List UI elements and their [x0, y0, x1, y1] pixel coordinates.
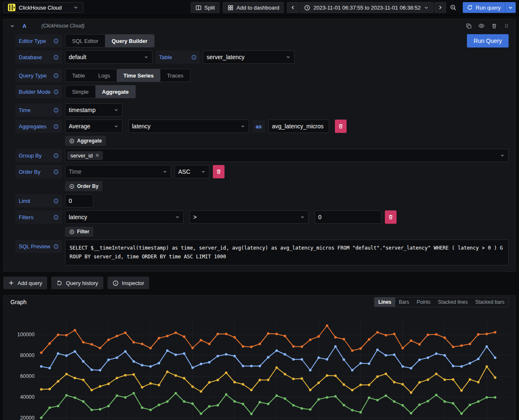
filter-operator-select[interactable]: >	[190, 210, 309, 224]
duplicate-query-icon[interactable]	[466, 23, 472, 29]
zoom-out-time-button[interactable]	[447, 2, 459, 13]
time-shift-back-button[interactable]	[287, 2, 299, 13]
time-picker-group: 2023-11-01 06:37:55 to 2023-11-01 06:38:…	[287, 2, 459, 13]
info-icon[interactable]	[53, 215, 59, 220]
explore-footer-buttons: Add query Query history Inspector	[3, 277, 516, 289]
query-ref-id[interactable]: A	[22, 23, 26, 29]
query-datasource-hint: (ClickHouse Cloud)	[41, 23, 84, 29]
inspector-button[interactable]: Inspector	[107, 277, 149, 289]
aggregate-column-select[interactable]: latency	[128, 120, 249, 133]
info-icon[interactable]	[53, 244, 59, 249]
run-query-panel-button[interactable]: Run Query	[467, 34, 509, 48]
datasource-name: ClickHouse Cloud	[19, 5, 70, 11]
trash-icon	[216, 169, 222, 175]
info-icon[interactable]	[53, 153, 59, 158]
database-select[interactable]: default	[65, 50, 152, 64]
hide-query-eye-icon[interactable]	[478, 22, 485, 29]
editor-type-toggle: SQL EditorQuery Builder	[65, 34, 155, 48]
graph-mode-bars[interactable]: Bars	[395, 298, 413, 307]
graph-mode-points[interactable]: Points	[413, 298, 434, 307]
chevron-down-icon	[175, 215, 180, 220]
info-icon[interactable]	[191, 55, 197, 60]
limit-label: Limit	[15, 194, 62, 208]
add-aggregate-button[interactable]: Aggregate	[65, 136, 106, 146]
filters-label: Filters	[15, 210, 62, 224]
option-traces[interactable]: Traces	[160, 69, 190, 82]
add-query-button[interactable]: Add query	[3, 277, 47, 289]
split-button[interactable]: Split	[191, 2, 220, 13]
time-column-select[interactable]: timestamp	[65, 103, 122, 117]
graph-mode-stacked-lines[interactable]: Stacked lines	[434, 298, 472, 307]
aggregate-function-select[interactable]: Average	[65, 120, 122, 133]
svg-text:40000: 40000	[20, 394, 35, 400]
info-icon[interactable]	[53, 55, 59, 60]
remove-query-trash-icon[interactable]	[491, 23, 497, 29]
info-icon[interactable]	[53, 124, 59, 129]
option-simple[interactable]: Simple	[65, 85, 95, 98]
query-type-toggle: TableLogsTime SeriesTraces	[65, 69, 190, 82]
svg-text:20000: 20000	[20, 415, 35, 420]
apps-icon	[227, 5, 234, 11]
chevron-down-icon	[114, 124, 119, 129]
info-icon[interactable]	[53, 38, 59, 44]
info-circle-icon	[112, 280, 119, 286]
time-series-chart[interactable]: 2000040000600008000010000006:38:0006:38:…	[4, 309, 515, 420]
remove-aggregate-button[interactable]	[335, 120, 347, 133]
table-select[interactable]: server_latency	[203, 50, 294, 64]
chevron-down-icon	[286, 55, 291, 60]
chevron-down-icon	[201, 169, 206, 174]
info-icon[interactable]	[53, 89, 59, 95]
time-shift-forward-button[interactable]	[434, 2, 446, 13]
info-icon[interactable]	[53, 198, 59, 204]
group-by-tag[interactable]: server_id✕	[67, 151, 103, 160]
order-by-field-select[interactable]: Time	[65, 165, 171, 178]
info-icon[interactable]	[53, 73, 59, 78]
info-icon[interactable]	[53, 108, 59, 113]
option-time-series[interactable]: Time Series	[117, 69, 160, 82]
option-table[interactable]: Table	[65, 69, 92, 82]
chevron-down-icon	[114, 108, 119, 112]
plus-circle-icon	[69, 138, 75, 144]
option-query-builder[interactable]: Query Builder	[105, 35, 154, 47]
sync-icon	[467, 5, 473, 10]
chevron-down-icon	[300, 215, 305, 220]
chevron-down-icon	[73, 5, 79, 10]
remove-tag-icon[interactable]: ✕	[95, 152, 99, 158]
run-query-options-button[interactable]	[505, 2, 516, 13]
order-by-direction-select[interactable]: ASC	[175, 165, 210, 178]
add-to-dashboard-button[interactable]: Add to dashboard	[223, 2, 284, 13]
datasource-picker[interactable]: ClickHouse Cloud	[3, 2, 83, 13]
info-icon[interactable]	[53, 169, 59, 175]
graph-mode-lines[interactable]: Lines	[374, 298, 395, 307]
remove-order-by-button[interactable]	[213, 165, 225, 178]
filter-value-input[interactable]	[314, 210, 382, 224]
time-range-button[interactable]: 2023-11-01 06:37:55 to 2023-11-01 06:38:…	[299, 2, 434, 13]
aggregate-alias-input[interactable]	[268, 120, 329, 133]
time-column-label: Time	[15, 103, 62, 117]
order-by-label: Order By	[15, 165, 62, 178]
chevron-down-icon	[240, 124, 245, 129]
editor-type-label: Editor Type	[15, 34, 62, 48]
filter-field-select[interactable]: latency	[65, 210, 184, 224]
split-label: Split	[205, 5, 215, 11]
group-by-multiselect[interactable]: server_id✕	[65, 149, 509, 162]
graph-mode-stacked-bars[interactable]: Stacked bars	[472, 298, 508, 307]
split-icon	[195, 5, 202, 11]
query-history-button[interactable]: Query history	[51, 277, 103, 289]
remove-filter-button[interactable]	[385, 210, 397, 224]
chevron-left-icon	[290, 5, 296, 10]
chevron-right-icon	[437, 5, 443, 10]
drag-grip-icon[interactable]	[504, 23, 509, 29]
option-aggregate[interactable]: Aggregate	[95, 85, 135, 98]
limit-input[interactable]	[65, 194, 93, 208]
option-sql-editor[interactable]: SQL Editor	[65, 35, 105, 47]
svg-text:80000: 80000	[20, 352, 35, 358]
history-icon	[56, 280, 62, 286]
add-filter-button[interactable]: Filter	[65, 227, 93, 237]
option-logs[interactable]: Logs	[92, 69, 117, 82]
collapse-chevron-icon[interactable]	[10, 23, 15, 29]
add-order-by-button[interactable]: Order By	[65, 181, 102, 191]
top-toolbar: ClickHouse Cloud Split Add to dashboard …	[0, 0, 519, 15]
run-query-button[interactable]: Run query	[463, 2, 505, 13]
svg-text:60000: 60000	[20, 373, 35, 379]
